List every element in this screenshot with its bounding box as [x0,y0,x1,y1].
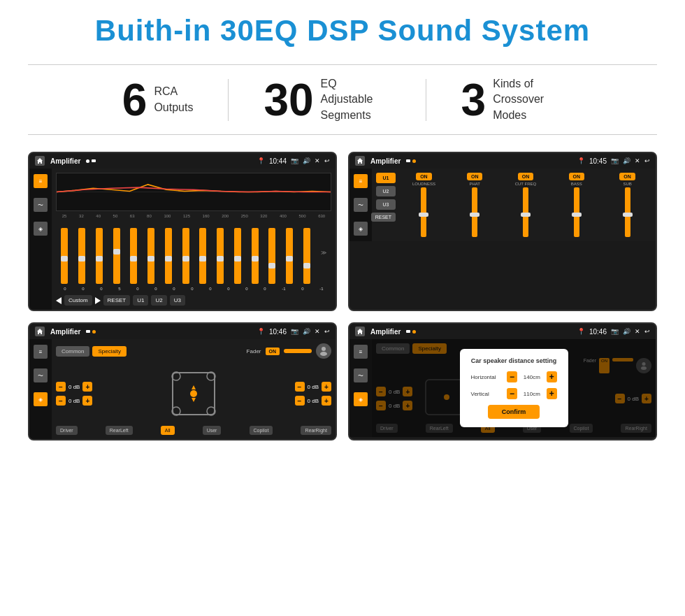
back-icon-3: ↩ [324,328,330,335]
dot-sq-2 [406,159,410,162]
sidebar-eq-icon-2[interactable]: ≡ [354,174,368,188]
ch-sub: ON SUB [603,173,651,237]
fader-slider[interactable] [284,349,312,353]
eq-label-14: 630 [318,214,325,218]
eq-slider-1[interactable] [78,228,85,284]
eq-expand-icon[interactable]: ≫ [321,250,326,256]
vol-tr-plus[interactable]: + [322,382,331,392]
eq-custom-button[interactable]: Custom [64,295,92,306]
sidebar-wave-icon-3[interactable]: 〜 [34,368,48,382]
common-tab-button[interactable]: Common [56,346,89,357]
home-icon-1[interactable] [35,156,45,166]
eq-prev-button[interactable] [56,297,62,304]
sub-slider[interactable] [625,187,630,237]
dot-orange-3 [92,330,96,334]
cam-icon-1: 📷 [291,157,298,164]
horizontal-plus-button[interactable]: + [547,371,557,382]
copilot-button[interactable]: Copilot [250,426,273,435]
svg-marker-13 [192,385,196,389]
ch-reset-button[interactable]: RESET [371,213,396,222]
avatar-icon[interactable] [316,343,331,359]
eq-slider-13[interactable] [286,228,293,284]
home-icon-3[interactable] [35,327,45,336]
stat-label-crossover: Kinds ofCrossover Modes [493,76,563,123]
vol-tl-minus[interactable]: − [56,382,66,392]
sidebar-eq-icon-3[interactable]: ≡ [34,345,48,359]
bass-slider[interactable] [574,187,579,237]
eq-slider-9[interactable] [217,228,224,284]
status-left-2: Amplifier [355,156,416,166]
vol-tr-minus[interactable]: − [295,382,305,392]
vol-br-value: 0 dB [308,398,319,404]
eq-slider-4[interactable] [130,228,137,284]
eq-slider-14[interactable] [303,228,310,284]
vol-br-plus[interactable]: + [322,396,331,406]
sub-on-button[interactable]: ON [619,173,635,180]
sidebar-speaker-icon-2[interactable]: ◈ [354,222,368,236]
sidebar-speaker-icon-4[interactable]: ◈ [354,392,368,406]
horizontal-minus-button[interactable]: − [507,371,517,382]
cutfreq-slider[interactable] [523,187,528,237]
eq-slider-10[interactable] [234,228,241,284]
vol-bl-minus[interactable]: − [56,396,66,406]
sidebar-speaker-icon-3[interactable]: ◈ [34,392,48,406]
cutfreq-on-button[interactable]: ON [518,173,534,180]
eq-slider-3[interactable] [113,228,120,284]
vol-tl-plus[interactable]: + [82,382,92,392]
eq-slider-6[interactable] [165,228,172,284]
fader-on-button[interactable]: ON [266,348,280,355]
all-button[interactable]: All [161,426,175,435]
phat-on-button[interactable]: ON [467,173,483,180]
eq-u2-button[interactable]: U2 [151,295,166,306]
specialty-tab-button[interactable]: Specialty [92,346,126,357]
user-button[interactable]: User [203,426,222,435]
eq-next-button[interactable] [95,297,101,304]
eq-u1-button[interactable]: U1 [133,295,148,306]
rearright-button[interactable]: RearRight [301,426,331,435]
home-icon-2[interactable] [355,156,365,166]
confirm-button[interactable]: Confirm [488,405,540,419]
screen3-body: ≡ 〜 ◈ Common Specialty Fader ON [29,339,336,439]
home-icon-4[interactable] [355,327,365,336]
dot-2 [92,159,96,162]
sidebar-speaker-icon[interactable]: ◈ [34,222,48,236]
vertical-minus-button[interactable]: − [507,388,517,399]
eq-labels: 25 32 40 50 63 80 100 125 160 200 250 32… [56,214,331,218]
vol-bl-plus[interactable]: + [82,396,92,406]
rearleft-button[interactable]: RearLeft [106,426,133,435]
sidebar-wave-icon-4[interactable]: 〜 [354,368,368,382]
amp3-content: Common Specialty Fader ON [52,339,336,439]
vol-br-minus[interactable]: − [295,396,305,406]
back-icon-4: ↩ [644,328,650,335]
sidebar-wave-icon[interactable]: 〜 [34,198,48,212]
u1-select-button[interactable]: U1 [376,173,396,183]
stat-number-6: 6 [122,78,147,122]
driver-button[interactable]: Driver [56,426,78,435]
u2-select-button[interactable]: U2 [376,186,396,196]
vol-icon-1: 🔊 [303,157,310,164]
eq-slider-12[interactable] [268,228,275,284]
eq-u3-button[interactable]: U3 [170,295,185,306]
eq-slider-2[interactable] [96,228,103,284]
eq-slider-7[interactable] [182,228,189,284]
screen-channels: Amplifier 📍 10:45 📷 🔊 ✕ ↩ ≡ [348,152,657,311]
phat-slider[interactable] [472,187,477,237]
sidebar-eq-icon[interactable]: ≡ [34,174,48,188]
eq-label-11: 320 [260,214,267,218]
stat-crossover: 3 Kinds ofCrossover Modes [426,76,598,123]
eq-slider-5[interactable] [147,228,154,284]
loudness-slider[interactable] [421,187,426,237]
eq-slider-8[interactable] [199,228,206,284]
eq-slider-0[interactable] [61,228,68,284]
eq-slider-11[interactable] [252,228,259,284]
vertical-plus-button[interactable]: + [547,388,557,399]
sidebar-wave-icon-2[interactable]: 〜 [354,198,368,212]
screen3-title: Amplifier [50,328,80,336]
dialog-vertical-label: Vertical [471,391,503,397]
u3-select-button[interactable]: U3 [376,199,396,210]
sidebar-eq-icon-4[interactable]: ≡ [354,345,368,359]
eq-reset-button[interactable]: RESET [103,295,131,306]
bass-on-button[interactable]: ON [569,173,585,180]
loudness-on-button[interactable]: ON [416,173,432,180]
vol-tr-value: 0 dB [308,384,319,390]
